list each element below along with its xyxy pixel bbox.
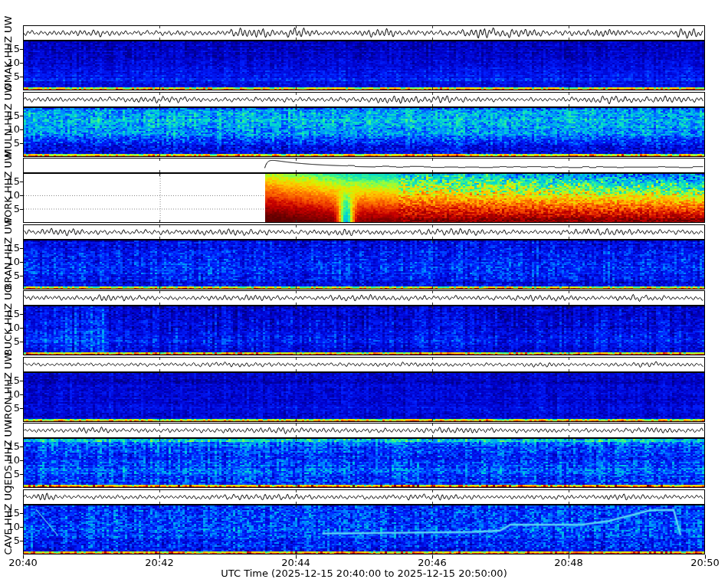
station-row [23,224,705,290]
freq-tick-label: 10 [0,123,20,135]
station-row [23,92,705,158]
freq-tick-label: 10 [0,521,20,532]
freq-tick-label: 15 [0,43,20,54]
freq-tick-label: 5 [0,402,20,414]
station-row [23,290,705,356]
time-tick-label: 20:48 [544,557,593,568]
time-tick-label: 20:40 [0,557,48,568]
station-row [23,489,705,555]
freq-tick-label: 5 [0,468,20,479]
x-axis-title: UTC Time (2025-12-15 20:40:00 to 2025-12… [0,568,728,579]
station-row [23,357,705,423]
freq-tick-label: 10 [0,322,20,333]
seismic-spectrogram-figure: OMAK HHZ UW15105MULN HHZ UW15105FORK HHZ… [0,0,728,579]
station-row [23,25,705,91]
freq-tick-label: 10 [0,454,20,466]
time-tick-label: 20:50 [680,557,728,568]
freq-tick-label: 15 [0,242,20,254]
freq-tick-label: 15 [0,308,20,319]
freq-tick-label: 5 [0,70,20,82]
freq-tick-label: 5 [0,137,20,149]
station-row [23,158,705,224]
time-tick-label: 20:46 [408,557,457,568]
freq-tick-label: 15 [0,440,20,452]
freq-tick-label: 10 [0,388,20,400]
freq-tick-label: 5 [0,270,20,281]
freq-tick-label: 15 [0,507,20,518]
freq-tick-label: 10 [0,57,20,68]
freq-tick-label: 15 [0,110,20,121]
freq-tick-label: 5 [0,535,20,546]
freq-tick-label: 15 [0,175,20,187]
freq-tick-label: 5 [0,335,20,347]
station-row [23,423,705,489]
freq-tick-label: 5 [0,203,20,214]
freq-tick-label: 10 [0,189,20,201]
time-tick-label: 20:42 [135,557,184,568]
time-tick-label: 20:44 [271,557,320,568]
freq-tick-label: 15 [0,375,20,386]
freq-tick-label: 10 [0,256,20,267]
